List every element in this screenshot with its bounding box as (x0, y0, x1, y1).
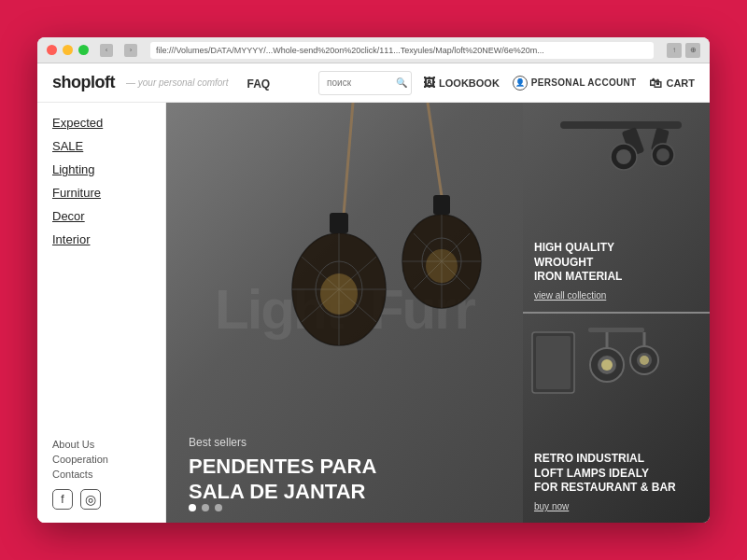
url-text: file:///Volumes/DATA/MYYYY/...Whole-send… (156, 46, 544, 55)
tagline: — your personal comfort (126, 77, 229, 88)
hero-dots (189, 504, 222, 511)
svg-point-23 (616, 149, 631, 164)
close-button[interactable] (47, 45, 57, 55)
svg-point-26 (656, 148, 669, 161)
url-bar[interactable]: file:///Volumes/DATA/MYYYY/...Whole-send… (150, 42, 654, 59)
card-bottom-title-text: RETRO INDUSTRIALLOFT LAMPS IDEALYFOR RES… (534, 452, 676, 494)
svg-rect-37 (536, 336, 571, 389)
search-icon: 🔍 (396, 77, 407, 88)
hero-text-overlay: Best sellers PENDENTES PARA SALA DE JANT… (166, 103, 523, 523)
hero-dot-3[interactable] (215, 504, 222, 511)
view-collection-link[interactable]: view all collection (534, 290, 698, 301)
lookbook-icon: 🖼 (423, 76, 435, 90)
cooperation-link[interactable]: Cooperation (52, 454, 150, 465)
personal-account-label: PERSONAL ACCOUNT (531, 77, 637, 88)
facebook-icon[interactable]: f (52, 489, 73, 510)
hero-title: PENDENTES PARA SALA DE JANTAR (189, 455, 431, 504)
sidebar-footer: About Us Cooperation Contacts f ◎ (52, 427, 150, 510)
card-top-title: HIGH QUALITYWROUGHTIRON MATERIAL (534, 241, 698, 285)
card-top: HIGH QUALITYWROUGHTIRON MATERIAL view al… (523, 103, 710, 312)
sidebar-item-furniture[interactable]: Furniture (52, 186, 150, 200)
social-icons: f ◎ (52, 489, 150, 510)
best-sellers-badge: Best sellers (189, 436, 500, 449)
card-bottom: RETRO INDUSTRIALLOFT LAMPS IDEALYFOR RES… (523, 312, 710, 523)
sidebar-item-expected[interactable]: Expected (52, 116, 150, 130)
faq-link[interactable]: FAQ (247, 77, 270, 91)
svg-rect-20 (560, 121, 682, 129)
page: shoploft — your personal comfort FAQ 🔍 🖼… (37, 63, 710, 523)
contacts-link[interactable]: Contacts (52, 469, 150, 480)
instagram-icon[interactable]: ◎ (80, 489, 101, 510)
browser-titlebar: ‹ › file:///Volumes/DATA/MYYYY/...Whole-… (37, 37, 710, 63)
hero-banner[interactable]: Light Furr (166, 103, 523, 523)
maximize-button[interactable] (78, 45, 89, 55)
lookbook-label: LOOKBOOK (439, 77, 500, 89)
sidebar-nav: Expected SALE Lighting Furniture Decor I… (52, 116, 150, 246)
svg-point-31 (601, 359, 613, 371)
about-us-link[interactable]: About Us (52, 439, 150, 450)
search-box[interactable]: 🔍 (318, 71, 412, 95)
sidebar-item-decor[interactable]: Decor (52, 209, 150, 223)
personal-account-button[interactable]: 👤 PERSONAL ACCOUNT (513, 76, 637, 91)
cart-label: CART (666, 77, 695, 89)
cart-icon: 🛍 (649, 76, 662, 91)
sidebar-footer-links: About Us Cooperation Contacts (52, 439, 150, 480)
svg-rect-27 (588, 328, 644, 332)
site-header: shoploft — your personal comfort FAQ 🔍 🖼… (37, 63, 710, 103)
right-cards: HIGH QUALITYWROUGHTIRON MATERIAL view al… (523, 103, 710, 523)
account-icon: 👤 (513, 76, 528, 91)
main-layout: Expected SALE Lighting Furniture Decor I… (37, 103, 710, 523)
nav-faq[interactable]: FAQ (247, 75, 270, 91)
hero-title-line1: PENDENTES PARA (189, 455, 376, 478)
card-bottom-title: RETRO INDUSTRIALLOFT LAMPS IDEALYFOR RES… (534, 452, 698, 496)
sidebar-item-sale[interactable]: SALE (52, 139, 150, 153)
content-area: Light Furr (166, 103, 710, 523)
bookmark-icon[interactable]: ⊕ (685, 43, 700, 58)
minimize-button[interactable] (63, 45, 73, 55)
hero-dot-2[interactable] (202, 504, 209, 511)
sidebar-item-interior[interactable]: Interior (52, 232, 150, 246)
back-button[interactable]: ‹ (100, 44, 113, 57)
sidebar-item-lighting[interactable]: Lighting (52, 162, 150, 176)
logo[interactable]: shoploft (52, 73, 115, 92)
hero-title-line2: SALA DE JANTAR (189, 480, 365, 503)
share-icon[interactable]: ↑ (667, 43, 682, 58)
lookbook-button[interactable]: 🖼 LOOKBOOK (423, 76, 500, 90)
buy-now-link[interactable]: buy now (534, 501, 698, 511)
search-input[interactable] (327, 77, 392, 88)
svg-point-35 (640, 356, 649, 365)
card-top-title-text: HIGH QUALITYWROUGHTIRON MATERIAL (534, 241, 622, 283)
forward-button[interactable]: › (124, 44, 137, 57)
sidebar: Expected SALE Lighting Furniture Decor I… (37, 103, 166, 523)
header-right: 🖼 LOOKBOOK 👤 PERSONAL ACCOUNT 🛍 CART (423, 76, 695, 91)
hero-dot-1[interactable] (189, 504, 196, 511)
cart-button[interactable]: 🛍 CART (649, 76, 695, 91)
